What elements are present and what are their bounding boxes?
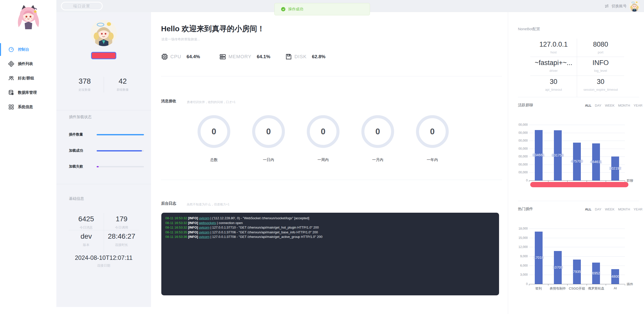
sidebar-item-3[interactable]: 好友/群组	[0, 71, 56, 85]
config-label: log_level	[577, 69, 624, 73]
bar-value-label: 634661	[528, 153, 549, 157]
main-divider	[161, 180, 502, 180]
port-settings-button[interactable]: 端口设置	[61, 2, 103, 10]
chart-tab-day[interactable]: DAY	[595, 207, 601, 211]
sidebar-item-5[interactable]: 系统信息	[0, 100, 56, 114]
config-label: port	[577, 50, 624, 54]
stat-label: 好友数量	[66, 88, 104, 92]
log-level: [INFO]	[188, 221, 198, 225]
base-info-title: 基础信息	[69, 196, 84, 201]
config-cell-session_expire_timeout: 30session_expire_timeout	[577, 76, 624, 97]
x-axis-tick	[587, 284, 587, 286]
x-axis-name: 群聊	[627, 178, 633, 183]
log-time: 08-11 16:53:32	[165, 216, 187, 220]
config-value: 8080	[577, 41, 624, 48]
stat-value: 42	[104, 77, 142, 85]
chart-range-tabs: ALLDAYWEEKMONTHYEAR	[578, 104, 642, 107]
log-line: 08-11 16:53:36 [INFO] uvicorn | 127.0.0.…	[165, 235, 495, 239]
connect-date-value: 2024-08-10T12:07:11	[56, 254, 151, 261]
sidebar-item-label: 好友/群组	[18, 76, 34, 81]
gridline	[529, 238, 625, 238]
stat-label: 群组数量	[104, 88, 142, 92]
chart-tab-week[interactable]: WEEK	[605, 207, 615, 211]
right-divider	[518, 97, 639, 97]
config-cell-api_timeout: 30api_timeout	[530, 76, 577, 97]
progress-track	[97, 134, 144, 135]
log-section-subtitle: 虽然不知道为什么，但是视力+1	[187, 202, 230, 207]
gridline	[529, 229, 625, 229]
switch-account-label[interactable]: 切换账号	[612, 4, 627, 9]
counter-value: 0	[266, 127, 271, 136]
log-source: uvicorn	[199, 216, 209, 220]
memory-label: MEMORY	[229, 54, 251, 59]
base-info-label: 版本	[69, 243, 104, 247]
chart-tab-year[interactable]: YEAR	[634, 207, 642, 211]
progress-fill	[97, 166, 99, 167]
config-cell-driver: ~fastapi+~...driver	[530, 57, 577, 76]
log-line: 08-11 16:53:32 [INFO] websockets | conne…	[165, 221, 495, 226]
x-axis-tick	[529, 284, 529, 286]
bar-value-label: 6952	[586, 271, 607, 275]
log-terminal[interactable]: 08-11 16:53:32 [INFO] uvicorn | ('112.12…	[161, 213, 499, 295]
datazoom-slider[interactable]	[530, 182, 628, 187]
progress-label: 加载失败	[69, 164, 83, 169]
base-info-value: 179	[104, 215, 139, 223]
gridline	[529, 247, 625, 247]
log-line: 08-11 16:53:35 [INFO] uvicorn | 127.0.0.…	[165, 230, 495, 235]
config-cell-log_level: INFOlog_level	[577, 57, 624, 76]
chart-tab-all[interactable]: ALL	[585, 207, 591, 211]
x-axis-tick	[567, 284, 567, 286]
y-axis-tick: 00,000	[517, 139, 528, 142]
stat-好友数量: 378好友数量	[66, 77, 104, 92]
plugin-status-title: 插件加载状态	[69, 115, 92, 119]
plugin-icon	[8, 61, 14, 67]
chart-tab-month[interactable]: MONTH	[618, 104, 630, 107]
chart-tab-year[interactable]: YEAR	[634, 104, 642, 107]
bar-value-label: 475700	[566, 159, 588, 163]
config-value: 30	[577, 78, 624, 86]
nonebot-config-title: NoneBot配置	[518, 27, 540, 32]
gridline	[529, 141, 625, 141]
bar-value-label: 10709	[547, 265, 568, 269]
active-groups-chart: 活跃群聊ALLDAYWEEKMONTHYEAR000,00000,00000,0…	[513, 101, 644, 201]
counter-ring: 0	[198, 115, 230, 148]
message-counter-一月内: 0一月内	[361, 115, 394, 148]
log-line: 08-11 16:53:32 [INFO] uvicorn | ('112.12…	[165, 216, 495, 221]
message-counter-一周内: 0一周内	[307, 115, 339, 148]
disk-icon	[285, 53, 292, 60]
message-counter-一年内: 0一年内	[416, 115, 449, 148]
friend-group-stats: 378好友数量42群组数量	[56, 73, 151, 97]
cpu-icon	[161, 53, 168, 60]
y-axis-tick: 9,000	[517, 255, 528, 258]
sidebar-item-4[interactable]: 数据库管理	[0, 85, 56, 100]
chart-tab-month[interactable]: MONTH	[618, 207, 630, 211]
log-time: 08-11 16:53:35	[165, 230, 187, 234]
progress-row-3: 加载失败	[56, 164, 151, 169]
progress-track	[97, 150, 144, 151]
chart-tab-all[interactable]: ALL	[585, 104, 591, 107]
base-info-value: dev	[69, 232, 104, 240]
message-counter-一日内: 0一日内	[252, 115, 285, 148]
config-label: driver	[530, 69, 577, 73]
disk-value: 62.8%	[312, 54, 325, 59]
progress-label: 加载成功	[69, 148, 83, 153]
sidebar-item-2[interactable]: 插件列表	[0, 57, 56, 71]
log-time: 08-11 16:53:32	[165, 221, 187, 225]
log-level: [INFO]	[188, 226, 198, 229]
sidebar-item-1[interactable]: 控制台	[0, 42, 56, 57]
bot-logo	[14, 3, 43, 34]
config-label: api_timeout	[530, 88, 577, 91]
sidebar-item-label: 系统信息	[18, 105, 33, 109]
chart-tab-day[interactable]: DAY	[595, 104, 601, 107]
x-axis-name: 插件	[627, 282, 633, 287]
cpu-label: CPU	[170, 54, 181, 59]
y-axis-tick: 00,000	[517, 147, 528, 150]
bot-status-button[interactable]	[91, 52, 116, 59]
dashboard-icon	[8, 47, 14, 52]
sidebar: 控制台插件列表好友/群组数据库管理系统信息	[0, 0, 56, 314]
friends-icon	[8, 75, 14, 81]
chart-tab-week[interactable]: WEEK	[605, 104, 615, 107]
user-avatar[interactable]	[629, 1, 640, 12]
database-icon	[8, 90, 14, 96]
cpu-usage: CPU 64.4%	[161, 53, 219, 60]
